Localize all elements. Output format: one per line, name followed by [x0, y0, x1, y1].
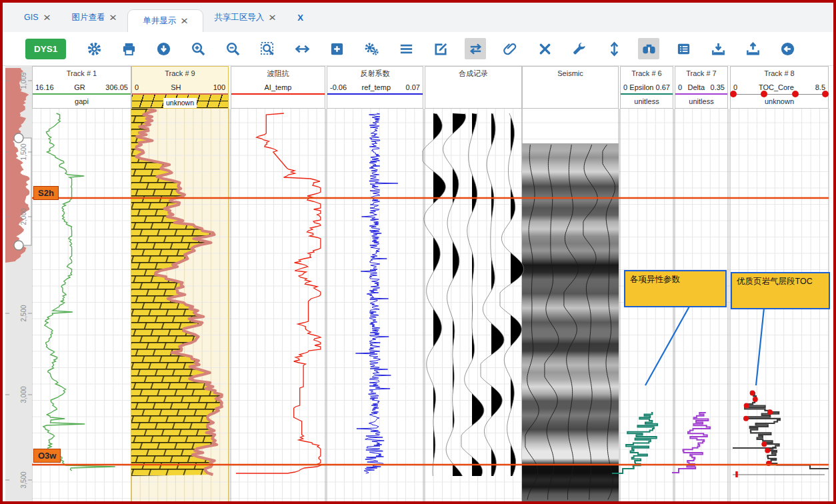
attach-button[interactable]	[499, 38, 521, 59]
track-header-t1[interactable]: Track # 1 16.16 GR 306.05gapi	[32, 66, 131, 109]
track-header-seis[interactable]: Seismic	[522, 66, 619, 109]
horizon-label-o3w[interactable]: O3w	[33, 449, 61, 463]
printer-icon	[121, 41, 137, 57]
wrench-icon	[572, 41, 587, 57]
plus-square-icon	[329, 41, 345, 57]
rail-depth-label: 3,500	[20, 471, 27, 488]
track-title: Seismic	[523, 67, 618, 80]
curve-name: TOC_Core	[737, 83, 815, 91]
track-header-t9[interactable]: Track # 9 0 SH 100 unknown	[131, 66, 229, 109]
zoom-out-button[interactable]	[222, 38, 243, 59]
track-unit: unitless	[675, 95, 727, 108]
rail-handle-bottom[interactable]	[14, 241, 23, 250]
swap-compare-button[interactable]	[465, 38, 486, 59]
annotation-toc[interactable]: 优质页岩气层段TOC	[731, 272, 830, 309]
track-title: 反射系数	[327, 67, 423, 80]
track-scale-row: -0.06 ref_temp 0.07	[327, 80, 423, 95]
arrows-v-icon	[607, 41, 622, 57]
back-button[interactable]	[777, 38, 798, 59]
annotation-anisotropy[interactable]: 各项异性参数	[624, 270, 727, 307]
tab-close-icon[interactable]: ✕	[181, 16, 189, 26]
tab-4[interactable]: X	[287, 3, 314, 32]
add-track-button[interactable]	[326, 38, 347, 59]
down-circle-icon	[156, 41, 171, 57]
settings-button[interactable]	[83, 38, 105, 59]
tab-close-icon[interactable]: ✕	[43, 13, 51, 23]
tab-close-icon[interactable]: ✕	[268, 13, 277, 23]
track-title: Track # 7	[675, 67, 727, 80]
track-header-t7[interactable]: Track # 7 0 Delta 0.35unitless	[675, 66, 728, 109]
depth-rail-overview[interactable]: 1,0091,5002,0002,5003,0003,500	[5, 65, 32, 501]
rail-depth-label: 1,009	[20, 72, 27, 89]
tab-3[interactable]: 共享工区导入✕	[203, 3, 287, 32]
curve-legend-line	[327, 93, 423, 95]
track-unit: unitless	[621, 95, 673, 108]
tray-down-icon	[711, 41, 726, 57]
scale-min: 16.16	[35, 83, 54, 91]
scale-max: 100	[213, 83, 225, 91]
zoom-region-button[interactable]	[257, 38, 278, 59]
gear-icon	[87, 41, 102, 57]
zoom-out-icon	[225, 41, 241, 57]
curve-name: GR	[54, 83, 106, 91]
tab-close-icon[interactable]: ✕	[109, 13, 118, 23]
fit-height-button[interactable]	[603, 38, 625, 59]
curve-name: AI_temp	[234, 83, 322, 91]
tab-1[interactable]: 图片查看✕	[61, 3, 127, 32]
binoculars-icon	[641, 41, 657, 57]
track-unit: unknown	[731, 95, 828, 108]
scale-max: 0.67	[656, 83, 670, 91]
close-tool-button[interactable]	[534, 38, 555, 59]
curve-name: ref_temp	[347, 83, 406, 91]
list-view-button[interactable]	[673, 38, 694, 59]
synthetic-trace	[433, 113, 445, 476]
track-header-synth[interactable]: 合成记录	[425, 66, 522, 109]
track-header-ai[interactable]: 波阻抗 AI_temp	[231, 66, 325, 109]
horizon-label-s2h[interactable]: S2h	[33, 186, 59, 200]
well-name-button[interactable]: DYS1	[25, 39, 66, 59]
zoom-in-button[interactable]	[187, 38, 209, 59]
swap-icon	[468, 41, 483, 57]
download-circle-button[interactable]	[153, 38, 174, 59]
tools-button[interactable]	[569, 38, 590, 59]
tray-up-icon	[745, 41, 761, 57]
rail-handle-top[interactable]	[14, 133, 23, 143]
curve-name: Epsilon	[627, 83, 655, 91]
track-settings-button[interactable]	[361, 38, 382, 59]
scale-max: 0.07	[406, 83, 420, 91]
tab-label: 共享工区导入	[214, 12, 264, 23]
zoom-in-icon	[191, 41, 206, 57]
curve-name: SH	[139, 83, 213, 91]
track-title: 波阻抗	[231, 67, 325, 80]
toc-curve	[733, 391, 829, 469]
scale-min: -0.06	[330, 83, 347, 91]
track-header-refl[interactable]: 反射系数 -0.06 ref_temp 0.07	[327, 66, 423, 109]
edit-button[interactable]	[430, 38, 451, 59]
delta-curve	[672, 413, 710, 473]
track-header-t6[interactable]: Track # 6 0 Epsilon 0.67unitless	[620, 66, 673, 109]
track-scale-row: 0 SH 100	[132, 80, 228, 95]
export-button[interactable]	[742, 38, 763, 59]
track-title: Track # 1	[33, 67, 131, 80]
zoom-region-icon	[260, 41, 275, 57]
import-button[interactable]	[707, 38, 729, 59]
toolbar: DYS1	[3, 32, 833, 65]
track-scale-row: 16.16 GR 306.05	[33, 80, 131, 95]
paperclip-icon	[503, 41, 518, 57]
tab-label: 图片查看	[71, 12, 105, 23]
rail-depth-label: 3,000	[20, 386, 27, 403]
fit-width-button[interactable]	[291, 38, 313, 59]
well-log-application-window: GIS✕图片查看✕单井显示✕共享工区导入✕X DYS1 Track # 1 16…	[0, 0, 836, 504]
print-button[interactable]	[118, 38, 139, 59]
gears-icon	[364, 41, 379, 57]
search-view-button[interactable]	[638, 38, 659, 59]
tab-0[interactable]: GIS✕	[13, 3, 61, 32]
arrows-h-icon	[295, 41, 310, 57]
tab-2[interactable]: 单井显示✕	[127, 9, 203, 32]
list-icon	[676, 41, 691, 57]
track-header-t8[interactable]: Track # 8 0 TOC_Core 8.5 unknown	[730, 66, 829, 109]
synthetic-trace	[491, 113, 504, 476]
track-headers: Track # 1 16.16 GR 306.05gapiTrack # 9 0…	[3, 65, 833, 109]
menu-button[interactable]	[395, 38, 417, 59]
track-scale-row: 0 TOC_Core 8.5	[731, 80, 828, 95]
